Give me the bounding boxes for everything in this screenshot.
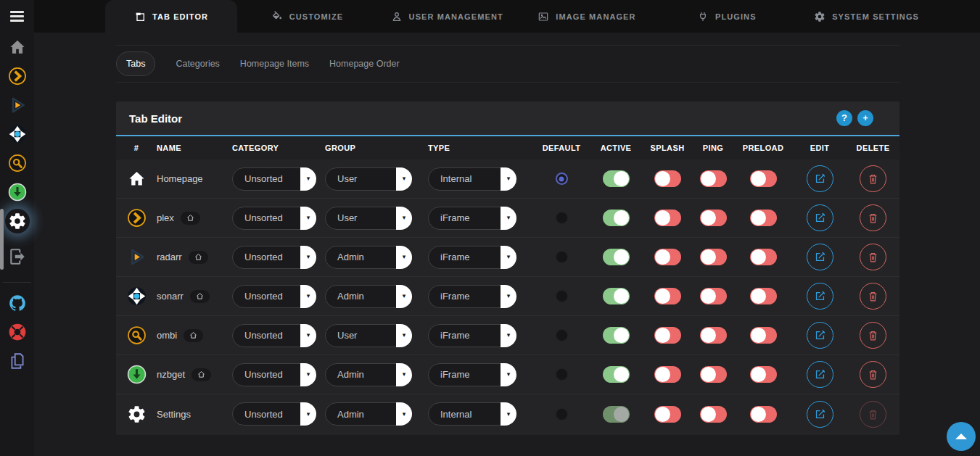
edit-button[interactable] (807, 283, 833, 310)
homepage-badge-icon[interactable] (184, 329, 203, 342)
preload-toggle[interactable] (750, 210, 777, 226)
type-select[interactable]: iFrame▾ (428, 324, 516, 347)
add-tab-button[interactable]: + (857, 110, 873, 126)
tab-user-management[interactable]: USER MANAGEMENT (377, 0, 517, 33)
delete-button[interactable] (860, 361, 886, 388)
type-select[interactable]: iFrame▾ (428, 285, 516, 308)
homepage-badge-icon[interactable] (189, 251, 208, 264)
ping-toggle[interactable] (700, 406, 727, 423)
active-toggle[interactable] (603, 249, 630, 265)
preload-toggle[interactable] (750, 406, 777, 423)
edit-button[interactable] (807, 361, 833, 388)
menu-icon[interactable] (0, 0, 34, 33)
splash-toggle[interactable] (654, 288, 681, 304)
delete-button[interactable] (860, 322, 886, 349)
default-radio[interactable] (556, 173, 568, 185)
default-radio[interactable] (556, 251, 568, 263)
sidebar-item-nzbget[interactable] (0, 178, 34, 207)
category-select[interactable]: Unsorted▾ (232, 246, 316, 269)
sidebar-item-documents[interactable] (0, 347, 34, 376)
group-select[interactable]: User▾ (325, 167, 412, 191)
splash-toggle[interactable] (654, 366, 681, 383)
active-toggle[interactable] (603, 406, 630, 423)
group-select[interactable]: User▾ (325, 207, 412, 230)
ping-toggle[interactable] (700, 249, 727, 265)
preload-toggle[interactable] (750, 170, 777, 187)
sidebar-item-ombi[interactable] (0, 149, 34, 178)
ping-toggle[interactable] (700, 170, 727, 187)
edit-button[interactable] (807, 165, 833, 192)
sidebar-item-radarr[interactable] (0, 91, 34, 120)
group-select[interactable]: Admin▾ (325, 363, 412, 386)
edit-button[interactable] (807, 322, 833, 349)
preload-toggle[interactable] (750, 327, 777, 344)
active-toggle[interactable] (603, 210, 630, 226)
group-select[interactable]: Admin▾ (325, 246, 412, 269)
ping-toggle[interactable] (700, 327, 727, 344)
type-select[interactable]: iFrame▾ (428, 363, 516, 386)
subtab-homepage-items[interactable]: Homepage Items (240, 59, 309, 69)
active-toggle[interactable] (603, 327, 630, 344)
ping-toggle[interactable] (700, 366, 727, 383)
tab-customize[interactable]: CUSTOMIZE (237, 0, 377, 33)
tab-system-settings[interactable]: SYSTEM SETTINGS (796, 0, 936, 33)
splash-toggle[interactable] (654, 170, 681, 187)
sidebar-item-github[interactable] (0, 289, 34, 318)
tab-image-manager[interactable]: IMAGE MANAGER (517, 0, 657, 33)
default-radio[interactable] (556, 290, 568, 302)
sidebar-item-settings[interactable] (0, 207, 34, 236)
category-select[interactable]: Unsorted▾ (232, 324, 316, 347)
preload-toggle[interactable] (750, 249, 777, 265)
homepage-badge-icon[interactable] (181, 212, 200, 225)
type-select[interactable]: Internal▾ (428, 402, 516, 426)
default-radio[interactable] (556, 408, 568, 420)
category-select[interactable]: Unsorted▾ (232, 167, 316, 191)
help-button[interactable]: ? (836, 110, 852, 126)
subtab-homepage-order[interactable]: Homepage Order (329, 59, 400, 69)
sidebar-item-plex[interactable] (0, 62, 34, 91)
ping-toggle[interactable] (700, 288, 727, 304)
edit-button[interactable] (807, 204, 833, 231)
default-radio[interactable] (556, 368, 568, 381)
sidebar-item-sonarr[interactable] (0, 120, 34, 149)
category-select[interactable]: Unsorted▾ (232, 207, 316, 230)
type-select[interactable]: iFrame▾ (428, 246, 516, 269)
splash-toggle[interactable] (654, 406, 681, 423)
sidebar-item-support[interactable] (0, 318, 34, 347)
sidebar-item-home[interactable] (0, 33, 34, 62)
active-toggle[interactable] (603, 170, 630, 187)
subtab-tabs[interactable]: Tabs (116, 51, 155, 76)
delete-button[interactable] (860, 283, 886, 310)
sidebar-item-logout[interactable] (0, 236, 34, 278)
category-select[interactable]: Unsorted▾ (232, 285, 316, 308)
subtab-categories[interactable]: Categories (176, 59, 219, 69)
default-radio[interactable] (556, 212, 568, 224)
category-select[interactable]: Unsorted▾ (232, 402, 316, 426)
splash-toggle[interactable] (654, 327, 681, 344)
delete-button[interactable] (860, 244, 886, 270)
delete-button[interactable] (860, 165, 886, 192)
homepage-badge-icon[interactable] (192, 368, 211, 381)
group-select[interactable]: User▾ (325, 324, 412, 347)
sidebar-scrollbar-thumb[interactable] (0, 209, 4, 270)
default-radio[interactable] (556, 329, 568, 341)
homepage-badge-icon[interactable] (190, 290, 210, 303)
delete-button[interactable] (860, 204, 886, 231)
splash-toggle[interactable] (654, 210, 681, 226)
active-toggle[interactable] (603, 366, 630, 383)
splash-toggle[interactable] (654, 249, 681, 265)
scroll-to-top-button[interactable] (947, 422, 976, 451)
type-select[interactable]: iFrame▾ (428, 207, 516, 230)
active-toggle[interactable] (603, 288, 630, 304)
edit-button[interactable] (807, 244, 833, 270)
tab-tab-editor[interactable]: TAB EDITOR (105, 0, 237, 33)
category-select[interactable]: Unsorted▾ (232, 363, 316, 386)
ping-toggle[interactable] (700, 210, 727, 226)
tab-plugins[interactable]: PLUGINS (656, 0, 796, 33)
edit-button[interactable] (807, 401, 833, 428)
group-select[interactable]: Admin▾ (325, 402, 412, 426)
preload-toggle[interactable] (750, 366, 777, 383)
group-select[interactable]: Admin▾ (325, 285, 412, 308)
type-select[interactable]: Internal▾ (428, 167, 516, 191)
preload-toggle[interactable] (750, 288, 777, 304)
